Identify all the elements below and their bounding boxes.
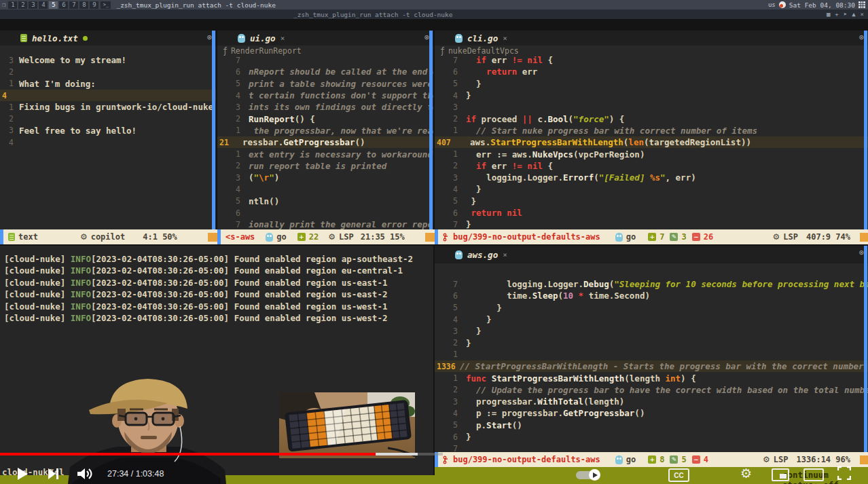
window-list-entry[interactable]: _zsh_tmux_plugin_run attach -t cloud-nuk… [293,11,453,18]
code-line: 1 // Start nuke progress bar with correc… [435,125,868,136]
keyboard-layout-indicator[interactable]: us [768,1,776,8]
editor-pane-cli[interactable]: cli.go × ⊗ ƒ nukeDefaultVpcs 7 if err !=… [435,31,868,229]
code-line: 3("\r") [217,172,433,183]
workspace-button-2[interactable]: 2 [18,1,27,9]
editor-pane-ui[interactable]: ui.go × ⊗ ƒ RenderRunReport 76nReport sh… [217,31,433,229]
tab-close-icon[interactable]: × [503,250,507,259]
code-line: 5 } [435,196,868,207]
line-number: 1 [435,350,466,359]
line-number: 7 [435,444,466,452]
volume-button[interactable] [76,467,92,481]
line-number: 2 [435,338,466,348]
pane-close-icon[interactable]: ⊗ [859,248,864,257]
lsp-gear-icon: ⚙ [763,455,770,464]
log-line: [cloud-nuke] INFO[2023-02-04T08:30:26-05… [4,301,387,312]
line-number: 407 [435,138,460,147]
close-icon[interactable]: × [861,11,864,18]
code-line: 3ints its own findings out directly to o… [217,101,433,113]
tab-cli-go[interactable]: cli.go [467,33,498,43]
code-line: 4 [217,183,433,195]
scrollbar[interactable] [864,246,867,452]
filetype-icon [8,233,15,241]
fullscreen-button[interactable] [837,466,851,480]
line-number: 6 [217,208,249,218]
code-line: 2if proceed || c.Bool("force") { [435,113,868,124]
line-number: 5 [435,303,466,312]
workspace-button-7[interactable]: 7 [69,1,78,9]
workspace-button-6[interactable]: 6 [59,1,68,9]
workspace-button-3[interactable]: 3 [29,1,37,9]
code-line: 6} [435,431,868,443]
system-panel: ❐ 123456789 >_ _zsh_tmux_plugin_run atta… [0,0,868,10]
code-line: 4 } [435,183,868,195]
code-line: 1 the progressbar, now that we're ready … [217,125,433,136]
git-branch: <s-aws [225,232,255,242]
next-button[interactable] [48,467,59,481]
progress-buffer [376,453,418,455]
code-line: 2RunReport() { [217,113,433,124]
line-number: 4 [435,185,466,194]
line-number: 5 [435,420,466,430]
mode-block [860,233,868,242]
workspace-button-5[interactable]: 5 [49,1,58,9]
line-number: 7 [435,220,466,229]
tab-aws-go[interactable]: aws.go [467,250,498,260]
scrollbar[interactable] [864,31,867,229]
tab-bar: aws.go × ⊗ [435,246,868,263]
grid-icon[interactable]: ▦ [827,11,830,18]
line-number: 7 [435,56,466,65]
pane-close-icon[interactable]: ⊗ [859,33,864,42]
line-number: 21 [217,138,242,147]
editor-pane-hello[interactable]: hello.txt ⊗ 3Welcome to my stream!21What… [0,31,216,229]
line-number: 7 [217,56,249,65]
filetype-label: text [18,232,38,242]
workspace-button-1[interactable]: 1 [8,1,17,9]
workspace-button-4[interactable]: 4 [39,1,48,9]
code-line: 3Welcome to my stream! [0,54,216,66]
tab-ui-go[interactable]: ui.go [250,33,276,43]
tab-close-icon[interactable]: × [503,34,507,43]
miniplayer-button[interactable] [772,468,789,481]
plus-icon[interactable]: + [835,11,838,18]
added-icon: + [648,455,656,464]
code-line: 4} [435,90,868,101]
line-number: 1 [0,79,19,88]
line-number: 5 [435,196,466,206]
git-branch-icon [443,233,450,242]
subtitles-button[interactable]: CC [668,468,689,482]
workspace-button-8[interactable]: 8 [79,1,88,9]
tab-hello-txt[interactable]: hello.txt [32,33,78,43]
editor-pane-aws[interactable]: aws.go × ⊗ 7 logging.Logger.Debug("Sleep… [435,246,868,452]
theater-mode-button[interactable] [803,468,824,481]
code-line: 2} [435,337,868,348]
tab-close-icon[interactable]: × [281,34,285,43]
line-number: 3 [435,397,466,407]
pane-close-icon[interactable]: ⊗ [207,33,212,42]
plugin-label: copilot [91,232,126,242]
line-number: 5 [217,196,249,206]
recorder-tray-icon[interactable] [779,1,786,8]
git-branch-icon [443,455,450,464]
line-number: 3 [0,126,19,135]
workspace-button-9[interactable]: 9 [90,1,98,9]
line-number: 3 [435,327,466,336]
line-number: 2 [435,161,466,170]
pane-close-icon[interactable]: ⊗ [424,33,429,42]
line-number: 1 [0,103,19,112]
up-icon[interactable]: ▲ [852,11,855,18]
app-grid-icon[interactable] [858,1,865,8]
arrow-icon[interactable]: ➤ [844,11,847,18]
terminal-launcher-icon[interactable]: >_ [101,1,111,9]
autoplay-toggle[interactable] [576,471,599,479]
line-number: 6 [217,67,249,77]
settings-gear-button[interactable]: ⚙ [740,466,752,481]
keyboard-cam-overlay [279,392,415,458]
scroll-cap [435,229,438,244]
scrollbar[interactable] [429,31,433,229]
line-number: 1 [217,149,249,159]
tab-bar: ui.go × ⊗ [217,31,433,45]
code-line: 1 [435,349,868,360]
scrollbar[interactable] [212,31,215,229]
play-button[interactable] [16,467,29,481]
video-progress-bar[interactable] [0,453,868,455]
